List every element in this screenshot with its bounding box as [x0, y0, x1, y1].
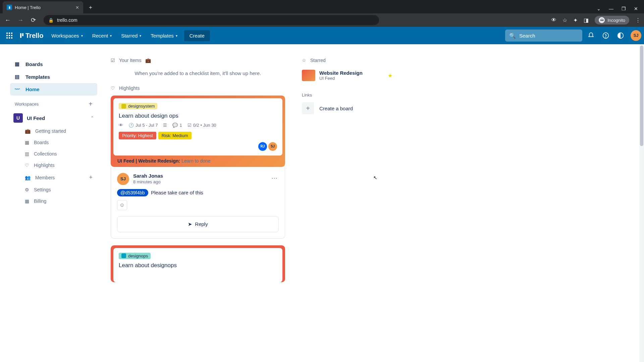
scrollbar-thumb[interactable]: [640, 46, 643, 146]
svg-rect-2: [11, 33, 12, 34]
mention-pill[interactable]: @d539f4bb: [117, 189, 148, 196]
ws-settings[interactable]: ⚙Settings: [10, 184, 97, 195]
create-board-button[interactable]: + Create a board: [302, 102, 392, 114]
chevron-up-icon: ⌃: [91, 116, 94, 120]
create-button[interactable]: Create: [184, 30, 210, 41]
add-reaction-button[interactable]: ☺: [117, 200, 127, 210]
card-title: Learn about designops: [119, 262, 277, 269]
tab-title: Home | Trello: [15, 5, 41, 10]
reload-button[interactable]: ⟳: [29, 16, 38, 24]
starred-menu[interactable]: Starred▾: [117, 30, 145, 41]
highlight-card[interactable]: designops Learn about designops: [111, 245, 285, 283]
svg-rect-4: [9, 35, 10, 36]
comment-block: SJ Sarah Jonas 8 minutes ago ⋯ @d539f4bb…: [111, 167, 285, 239]
add-workspace-button[interactable]: +: [89, 100, 93, 108]
billing-icon: ▦: [25, 198, 29, 204]
links-header: Links: [302, 93, 392, 98]
sidebar-home[interactable]: 〰Home: [10, 83, 97, 96]
workspace-toggle[interactable]: U UI Feed ⌃: [10, 111, 97, 125]
ws-collections[interactable]: ▥Collections: [10, 148, 97, 160]
trello-logo[interactable]: Trello: [17, 32, 46, 40]
address-bar[interactable]: 🔒 trello.com: [44, 15, 379, 25]
card-label: designops: [119, 253, 151, 259]
comment-menu-icon[interactable]: ⋯: [270, 173, 279, 183]
incognito-eye-icon[interactable]: 👁: [551, 17, 556, 23]
browser-menu-icon[interactable]: ⋮: [635, 17, 641, 23]
lock-icon: 🔒: [48, 18, 54, 23]
chevron-down-icon: ▾: [81, 34, 83, 38]
trello-logo-icon: [20, 33, 23, 38]
priority-tag: Priority: Highest: [119, 132, 156, 139]
close-tab-icon[interactable]: ✕: [75, 5, 79, 10]
ws-members[interactable]: 👥Members+: [10, 171, 97, 184]
member-avatar[interactable]: SJ: [268, 142, 277, 151]
your-items-header: ☑ Your Items 💼: [111, 58, 285, 63]
send-icon: ➤: [188, 221, 192, 227]
highlight-card[interactable]: designsystem Learn about design ops 👁 🕐 …: [111, 96, 285, 167]
ws-getting-started[interactable]: 💼Getting started: [10, 125, 97, 137]
due-date: 🕐 Jul 5 - Jul 7: [128, 123, 158, 128]
sidebar-boards[interactable]: ▦Boards: [10, 58, 97, 70]
highlights-header: ♡ Highlights: [111, 85, 285, 91]
workspaces-section: Workspaces +: [10, 96, 97, 111]
search-box[interactable]: 🔍: [505, 29, 582, 42]
back-button[interactable]: ←: [3, 17, 12, 24]
search-input[interactable]: [519, 33, 578, 39]
theme-icon[interactable]: [614, 29, 627, 42]
browser-tab[interactable]: ▮ Home | Trello ✕: [3, 1, 83, 13]
collections-icon: ▥: [25, 151, 29, 157]
incognito-icon: 🕶: [599, 17, 605, 23]
heart-icon: ♡: [111, 85, 115, 91]
extensions-icon[interactable]: ✦: [573, 17, 578, 23]
app-header: Trello Workspaces▾ Recent▾ Starred▾ Temp…: [0, 27, 644, 44]
recent-menu[interactable]: Recent▾: [88, 30, 116, 41]
commenter-avatar[interactable]: SJ: [117, 173, 129, 185]
board-icon: ▦: [25, 140, 29, 145]
new-tab-button[interactable]: ＋: [85, 2, 96, 13]
card-title: Learn about design ops: [119, 113, 277, 119]
account-avatar[interactable]: SJ: [631, 30, 641, 41]
starred-header: ☆ Starred: [302, 58, 392, 63]
starred-board[interactable]: Website Redesign UI Feed ★: [302, 68, 392, 83]
add-member-button[interactable]: +: [89, 174, 93, 181]
checklist-status: ☑ 0/2 • Jun 30: [187, 123, 216, 128]
svg-point-10: [606, 37, 606, 38]
ws-highlights[interactable]: ♡Highlights: [10, 160, 97, 171]
risk-tag: Risk: Medium: [158, 132, 192, 139]
help-icon[interactable]: [600, 29, 612, 42]
ws-billing[interactable]: ▦Billing: [10, 195, 97, 207]
chevron-down-icon[interactable]: ⌄: [597, 6, 601, 11]
window-close-icon[interactable]: ✕: [634, 6, 638, 11]
chevron-down-icon: ▾: [110, 34, 112, 38]
member-avatar[interactable]: RJ: [258, 142, 267, 151]
forward-button[interactable]: →: [16, 17, 25, 24]
pulse-icon: 〰: [15, 86, 21, 92]
card-location[interactable]: UI Feed | Website Redesign: Learn to don…: [113, 156, 282, 164]
incognito-badge: 🕶 Incognito: [595, 16, 629, 24]
ws-boards[interactable]: ▦Boards: [10, 137, 97, 148]
svg-rect-6: [6, 37, 8, 39]
side-panel-icon[interactable]: ◨: [584, 17, 589, 23]
board-thumbnail: [302, 70, 315, 81]
vertical-scrollbar[interactable]: [639, 44, 644, 362]
window-maximize-icon[interactable]: ❐: [622, 6, 626, 11]
svg-rect-0: [6, 33, 8, 34]
check-icon: ☑: [111, 58, 115, 63]
templates-menu[interactable]: Templates▾: [147, 30, 181, 41]
empty-state-text: When you're added to a checklist item, i…: [111, 68, 285, 85]
notifications-icon[interactable]: [585, 29, 597, 42]
description-icon: ☰: [163, 123, 167, 128]
sidebar-templates[interactable]: ▤Templates: [10, 70, 97, 83]
reply-button[interactable]: ➤ Reply: [117, 216, 279, 232]
comment-time: 8 minutes ago: [133, 179, 163, 184]
window-minimize-icon[interactable]: —: [609, 6, 613, 11]
people-icon: 👥: [25, 175, 31, 180]
bookmark-star-icon[interactable]: ☆: [562, 17, 567, 23]
right-column: ☆ Starred Website Redesign UI Feed ★ Lin…: [292, 58, 402, 282]
workspace-badge: U: [13, 113, 23, 123]
plus-icon: +: [302, 102, 314, 114]
app-switcher-icon[interactable]: [3, 29, 16, 42]
briefcase-icon: 💼: [25, 128, 31, 134]
workspaces-menu[interactable]: Workspaces▾: [47, 30, 87, 41]
star-filled-icon[interactable]: ★: [388, 72, 392, 79]
